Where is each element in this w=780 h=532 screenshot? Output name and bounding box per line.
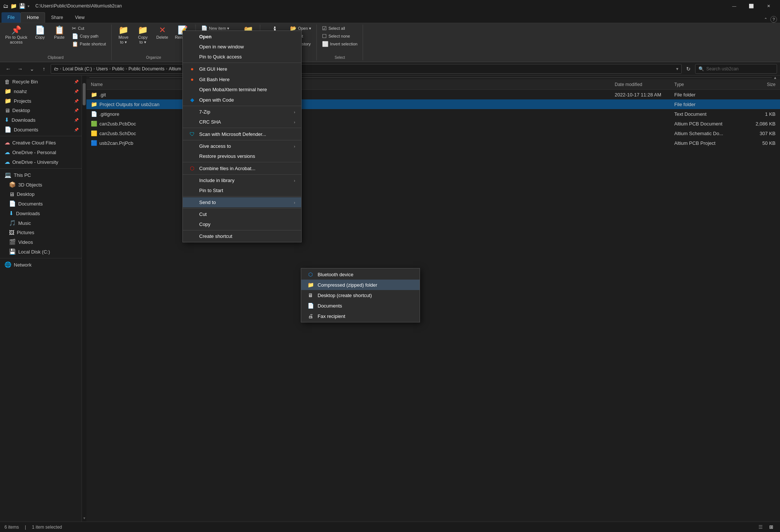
- ctx-sep-6: [183, 174, 301, 175]
- sidebar-item-desktop2[interactable]: 🖥 Desktop: [0, 189, 82, 199]
- chevron-up-icon[interactable]: ⌃: [764, 17, 767, 22]
- path-public[interactable]: Public: [112, 66, 124, 71]
- sidebar-item-local-disk-c[interactable]: 💾 Local Disk (C:): [0, 247, 82, 257]
- ctx-give-access[interactable]: Give access to ›: [183, 141, 301, 151]
- ctx-git-bash[interactable]: ● Git Bash Here: [183, 74, 301, 85]
- ctx-7zip[interactable]: 7-Zip ›: [183, 107, 301, 117]
- folder-icon-project-outputs: 📁: [91, 101, 97, 107]
- ctx-include-library[interactable]: Include in library ›: [183, 175, 301, 185]
- invert-selection-button[interactable]: ⬜ Invert selection: [320, 40, 360, 48]
- up-button[interactable]: ↑: [39, 64, 49, 74]
- ctx-send-to[interactable]: Send to ›: [183, 197, 301, 207]
- tab-view[interactable]: View: [69, 12, 90, 23]
- clipboard-content: 📌 Pin to Quickaccess 📄 Copy 📋 Paste ✂ Cu…: [3, 25, 108, 55]
- ctx-crc-sha[interactable]: CRC SHA ›: [183, 117, 301, 127]
- folder-icon-git: 📁: [91, 92, 97, 98]
- sidebar-item-creative-cloud[interactable]: ☁ Creative Cloud Files: [0, 138, 82, 147]
- delete-button[interactable]: ✕ Delete: [153, 25, 171, 41]
- organize-label: Organize: [146, 55, 161, 60]
- sm-desktop[interactable]: 🖥 Desktop (create shortcut): [301, 290, 420, 300]
- select-none-button[interactable]: ☐ Select none: [320, 32, 360, 40]
- col-header-name[interactable]: Name: [89, 82, 613, 87]
- copy-path-button[interactable]: 📄 Copy path: [70, 32, 108, 40]
- sm-documents[interactable]: 📄 Documents: [301, 300, 420, 311]
- paste-shortcut-button[interactable]: 📋 Paste shortcut: [70, 40, 108, 48]
- pin-to-quick-access-button[interactable]: 📌 Pin to Quickaccess: [3, 25, 29, 46]
- path-altium[interactable]: Altium: [169, 66, 181, 71]
- ctx-copy[interactable]: Copy: [183, 219, 301, 229]
- sidebar-item-documents[interactable]: 📄 Documents 📌: [0, 125, 82, 134]
- creative-cloud-icon: ☁: [4, 139, 10, 146]
- ctx-git-gui[interactable]: ● Git GUI Here: [183, 64, 301, 74]
- refresh-button[interactable]: ↻: [683, 64, 694, 74]
- paste-icon: 📋: [54, 26, 64, 34]
- col-header-date[interactable]: Date modified: [613, 82, 673, 87]
- path-users[interactable]: Users: [96, 66, 108, 71]
- scroll-down-arrow[interactable]: ▼: [83, 516, 86, 520]
- large-icons-view-button[interactable]: ⊞: [767, 523, 776, 531]
- ctx-combine-acrobat[interactable]: ⬡ Combine files in Acrobat...: [183, 163, 301, 173]
- address-dropdown-icon[interactable]: ▾: [676, 66, 678, 71]
- search-box[interactable]: 🔍 Search usb2can: [695, 64, 777, 74]
- sidebar-item-downloads2[interactable]: ⬇ Downloads: [0, 208, 82, 218]
- tab-share[interactable]: Share: [45, 12, 69, 23]
- sidebar-item-videos[interactable]: 🎬 Videos: [0, 237, 82, 247]
- sidebar-item-desktop[interactable]: 🖥 Desktop 📌: [0, 106, 82, 115]
- help-icon[interactable]: ?: [770, 16, 777, 23]
- ctx-open-new-window[interactable]: Open in new window: [183, 42, 301, 52]
- file-size: 2,086 KB: [740, 121, 777, 127]
- sidebar-item-pictures[interactable]: 🖼 Pictures: [0, 228, 82, 237]
- tab-home[interactable]: Home: [20, 12, 45, 23]
- paste-button[interactable]: 📋 Paste: [50, 25, 68, 41]
- tab-file[interactable]: File: [1, 12, 20, 23]
- col-header-size[interactable]: Size: [740, 82, 777, 87]
- ctx-scan-defender[interactable]: 🛡 Scan with Microsoft Defender...: [183, 129, 301, 139]
- copy-to-button[interactable]: 📁 Copyto ▾: [134, 25, 152, 46]
- sidebar-label: Desktop: [17, 191, 35, 197]
- path-local-disk[interactable]: Local Disk (C:): [63, 66, 92, 71]
- sidebar-item-noahz[interactable]: 📁 noahz 📌: [0, 86, 82, 96]
- ctx-pin-start[interactable]: Pin to Start: [183, 185, 301, 195]
- cut-button[interactable]: ✂ Cut: [70, 25, 108, 32]
- sidebar-item-onedrive-university[interactable]: ☁ OneDrive - University: [0, 157, 82, 167]
- details-view-button[interactable]: ☰: [756, 523, 765, 531]
- maximize-button[interactable]: ⬜: [743, 0, 760, 12]
- forward-button[interactable]: →: [15, 64, 25, 74]
- ctx-open-mobaterm[interactable]: Open MobaXterm terminal here: [183, 85, 301, 95]
- sidebar-item-this-pc[interactable]: 💻 This PC: [0, 170, 82, 180]
- ctx-create-shortcut[interactable]: Create shortcut: [183, 231, 301, 241]
- sidebar-item-music[interactable]: 🎵 Music: [0, 218, 82, 228]
- sidebar-scroll-thumb[interactable]: [83, 83, 86, 105]
- folder-icon-noahz: 📁: [4, 88, 12, 95]
- move-to-button[interactable]: 📁 Moveto ▾: [115, 25, 133, 46]
- sidebar-item-recycle-bin[interactable]: 🗑 Recycle Bin 📌: [0, 77, 82, 86]
- sidebar-item-downloads[interactable]: ⬇ Downloads 📌: [0, 115, 82, 125]
- col-header-type[interactable]: Type: [673, 82, 740, 87]
- sidebar-item-onedrive-personal[interactable]: ☁ OneDrive - Personal: [0, 147, 82, 157]
- sm-bluetooth[interactable]: ⬡ Bluetooth device: [301, 269, 420, 280]
- sidebar-item-projects[interactable]: 📁 Projects 📌: [0, 96, 82, 106]
- file-type: Text Document: [673, 111, 740, 117]
- ctx-open-with-code[interactable]: ◆ Open with Code: [183, 95, 301, 105]
- title-dropdown[interactable]: ▾: [28, 4, 29, 8]
- sidebar-item-documents2[interactable]: 📄 Documents: [0, 199, 82, 208]
- sm-compressed[interactable]: 📁 Compressed (zipped) folder: [301, 280, 420, 290]
- select-all-button[interactable]: ☑ Select all: [320, 25, 360, 32]
- close-button[interactable]: ✕: [760, 0, 777, 12]
- ctx-open[interactable]: Open: [183, 32, 301, 42]
- minimize-button[interactable]: —: [726, 0, 743, 12]
- sidebar-item-3d-objects[interactable]: 📦 3D Objects: [0, 180, 82, 189]
- ctx-restore-versions[interactable]: Restore previous versions: [183, 151, 301, 161]
- sidebar-scrollbar[interactable]: ▼: [82, 76, 86, 522]
- ctx-defender-icon: 🛡: [189, 131, 195, 137]
- ctx-cut[interactable]: Cut: [183, 209, 301, 219]
- sidebar-item-network[interactable]: 🌐 Network: [0, 260, 82, 270]
- recent-locations-button[interactable]: ⌄: [27, 64, 37, 74]
- sm-fax[interactable]: 🖨 Fax recipient: [301, 311, 420, 321]
- copy-button[interactable]: 📄 Copy: [31, 25, 49, 41]
- select-content: ☑ Select all ☐ Select none ⬜ Invert sele…: [320, 25, 360, 55]
- address-path[interactable]: 🗁 › Local Disk (C:) › Users › Public › P…: [51, 64, 682, 74]
- path-public-docs[interactable]: Public Documents: [128, 66, 165, 71]
- ctx-pin-quick-access[interactable]: Pin to Quick access: [183, 52, 301, 62]
- back-button[interactable]: ←: [3, 64, 13, 74]
